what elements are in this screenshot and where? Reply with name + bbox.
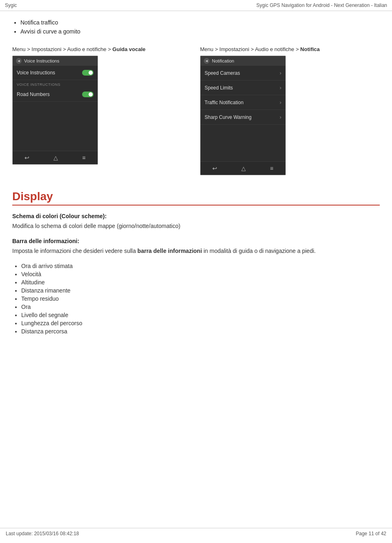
footer-right: Page 11 of 42: [356, 531, 386, 536]
right-traffic-notification-chevron: ›: [280, 99, 281, 105]
footer-left: Last update: 2015/03/16 08:42:18: [6, 531, 79, 536]
info-bar-text: Imposta le informazioni che desideri ved…: [12, 247, 380, 255]
bullet-altitudine: Altitudine: [21, 279, 380, 286]
right-screenshot-col: Menu > Impostazioni > Audio e notifiche …: [200, 46, 380, 175]
right-nav-home-icon[interactable]: △: [241, 165, 246, 172]
bullet-velocita: Velocità: [21, 271, 380, 277]
left-back-icon: ◄: [16, 58, 22, 64]
page-footer: Last update: 2015/03/16 08:42:18 Page 11…: [0, 528, 392, 539]
bullet-ora: Ora: [21, 304, 380, 310]
right-screenshot-label: Menu > Impostazioni > Audio e notifiche …: [200, 46, 380, 52]
colour-scheme-heading: Schema di colori (Colour scheme):: [12, 213, 380, 219]
left-item-road-numbers: Road Numbers: [13, 87, 98, 102]
left-sublabel-voice: VOICE INSTRUCTIONS: [13, 80, 98, 87]
right-nav-menu-icon[interactable]: ≡: [270, 165, 273, 172]
right-item-speed-limits: Speed Limits ›: [200, 80, 285, 95]
right-nav-back-icon[interactable]: ↩: [212, 165, 217, 172]
right-back-icon: ◄: [204, 58, 209, 64]
left-voice-instructions-toggle[interactable]: [82, 70, 94, 76]
bullet-curve: Avvisi di curve a gomito: [20, 28, 380, 35]
right-sharp-curve-chevron: ›: [280, 114, 281, 120]
left-screenshot-label: Menu > Impostazioni > Audio e notifiche …: [12, 46, 192, 52]
display-title: Display: [12, 190, 380, 203]
left-road-numbers-label: Road Numbers: [17, 92, 50, 97]
left-screen-title: Voice Instructions: [24, 58, 59, 63]
bullet-ora-arrivo: Ora di arrivo stimata: [21, 263, 380, 269]
header-right: Sygic GPS Navigation for Android - Next …: [256, 2, 387, 8]
left-screenshot-col: Menu > Impostazioni > Audio e notifiche …: [12, 46, 192, 175]
top-bullets-section: Notifica traffico Avvisi di curve a gomi…: [12, 19, 380, 35]
right-speed-cameras-label: Speed Cameras: [205, 70, 240, 76]
colour-scheme-text: Modifica lo schema di colori delle mappe…: [12, 222, 380, 230]
left-road-numbers-toggle[interactable]: [82, 92, 94, 97]
right-screen-title: Notification: [212, 58, 234, 63]
left-nav-bar: ↩ △ ≡: [13, 151, 98, 164]
bullet-segnale: Livello del segnale: [21, 312, 380, 318]
right-nav-bar: ↩ △ ≡: [200, 161, 285, 175]
right-speed-cameras-chevron: ›: [280, 70, 281, 76]
right-phone-screen: ◄ Notification Speed Cameras › Speed Lim…: [200, 56, 286, 175]
bullet-lunghezza-percorso: Lunghezza del percorso: [21, 320, 380, 326]
display-section: Display Schema di colori (Colour scheme)…: [12, 190, 380, 335]
left-voice-instructions-label: Voice Instructions: [17, 70, 55, 76]
screenshots-section: Menu > Impostazioni > Audio e notifiche …: [12, 46, 380, 175]
page-header: Sygic Sygic GPS Navigation for Android -…: [0, 0, 392, 11]
right-item-speed-cameras: Speed Cameras ›: [200, 66, 285, 80]
top-bullets-list: Notifica traffico Avvisi di curve a gomi…: [12, 19, 380, 35]
info-bar-heading: Barra delle informazioni:: [12, 238, 380, 244]
right-item-sharp-curve: Sharp Curve Warning ›: [200, 110, 285, 125]
left-nav-menu-icon[interactable]: ≡: [82, 154, 85, 161]
left-phone-screen: ◄ Voice Instructions Voice Instructions …: [12, 56, 98, 165]
bullet-distanza-rimanente: Distanza rimanente: [21, 287, 380, 294]
right-speed-limits-label: Speed Limits: [205, 85, 233, 91]
right-traffic-notification-label: Traffic Notification: [205, 100, 243, 105]
right-screen-header: ◄ Notification: [200, 56, 285, 66]
left-item-voice-instructions: Voice Instructions: [13, 66, 98, 80]
right-sharp-curve-label: Sharp Curve Warning: [205, 114, 252, 120]
main-content: Notifica traffico Avvisi di curve a gomi…: [0, 11, 392, 353]
colour-scheme-subsection: Schema di colori (Colour scheme): Modifi…: [12, 213, 380, 230]
left-nav-back-icon[interactable]: ↩: [24, 154, 29, 161]
info-bar-subsection: Barra delle informazioni: Imposta le inf…: [12, 238, 380, 255]
left-screen-header: ◄ Voice Instructions: [13, 56, 98, 66]
bullet-distanza-percorsa: Distanza percorsa: [21, 328, 380, 335]
bullet-tempo-residuo: Tempo residuo: [21, 295, 380, 302]
bullet-traffico: Notifica traffico: [20, 19, 380, 26]
right-speed-limits-chevron: ›: [280, 85, 281, 91]
right-item-traffic-notification: Traffic Notification ›: [200, 95, 285, 110]
display-divider: [12, 205, 380, 206]
left-nav-home-icon[interactable]: △: [53, 154, 58, 161]
info-bar-bullet-list: Ora di arrivo stimata Velocità Altitudin…: [12, 263, 380, 335]
header-left: Sygic: [5, 2, 17, 8]
